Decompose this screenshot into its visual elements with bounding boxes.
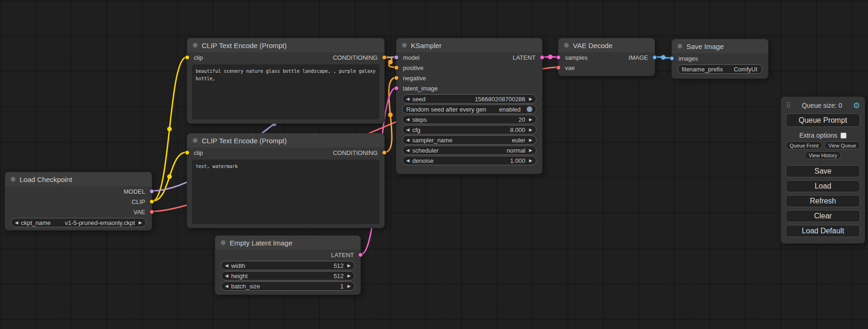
node-load-checkpoint[interactable]: Load Checkpoint MODEL CLIP VAE ◀ ckpt_na… <box>5 172 152 231</box>
next-arrow-icon[interactable]: ▶ <box>529 148 532 153</box>
model-output-port[interactable] <box>149 189 154 194</box>
node-title-bar[interactable]: Empty Latent Image <box>215 236 360 250</box>
prev-arrow-icon[interactable]: ◀ <box>225 274 228 278</box>
clip-output-port[interactable] <box>149 199 154 204</box>
widget-value: euler <box>512 137 526 144</box>
view-history-button[interactable]: View History <box>805 151 841 159</box>
widget-name: filename_prefix <box>682 66 723 73</box>
prev-arrow-icon[interactable]: ◀ <box>225 284 228 288</box>
extra-options-label: Extra options <box>799 132 838 139</box>
model-input-port[interactable] <box>394 55 399 60</box>
node-save-image[interactable]: Save Image images filename_prefix ComfyU… <box>671 39 769 79</box>
node-graph-canvas[interactable]: Load Checkpoint MODEL CLIP VAE ◀ ckpt_na… <box>0 0 868 329</box>
image-output-port[interactable] <box>652 55 657 60</box>
conditioning-output-port[interactable] <box>382 150 387 155</box>
images-input-port[interactable] <box>670 56 674 61</box>
prev-arrow-icon[interactable]: ◀ <box>225 264 228 268</box>
settings-gear-icon[interactable]: ⚙ <box>853 101 860 111</box>
collapse-dot[interactable] <box>402 43 407 48</box>
refresh-button[interactable]: Refresh <box>786 195 860 207</box>
node-vae-decode[interactable]: VAE Decode samples IMAGE vae <box>558 38 655 76</box>
next-arrow-icon[interactable]: ▶ <box>347 284 351 288</box>
ckpt-name-widget[interactable]: ◀ ckpt_name v1-5-pruned-emaonly.ckpt ▶ <box>11 218 146 227</box>
next-arrow-icon[interactable]: ▶ <box>529 97 532 101</box>
node-title-bar[interactable]: Save Image <box>672 39 768 53</box>
queue-front-button[interactable]: Queue Front <box>786 141 822 149</box>
next-arrow-icon[interactable]: ▶ <box>529 118 532 122</box>
node-title-bar[interactable]: KSampler <box>396 38 542 52</box>
prev-arrow-icon[interactable]: ◀ <box>406 97 409 101</box>
node-clip-text-encode-negative[interactable]: CLIP Text Encode (Prompt) clip CONDITION… <box>187 133 385 228</box>
image-output-label: IMAGE <box>628 54 648 61</box>
conditioning-output-port[interactable] <box>382 55 387 60</box>
node-title-bar[interactable]: Load Checkpoint <box>5 172 152 186</box>
clear-button[interactable]: Clear <box>786 210 860 222</box>
clip-input-port[interactable] <box>185 55 190 60</box>
steps-widget[interactable]: ◀ steps 20 ▶ <box>402 115 536 124</box>
queue-menu-panel: ⠿ Queue size: 0 ⚙ Queue Prompt Extra opt… <box>781 97 865 244</box>
slot-row: images <box>672 53 768 63</box>
filename-prefix-widget[interactable]: filename_prefix ComfyUI <box>677 64 762 74</box>
vae-input-port[interactable] <box>556 65 561 70</box>
queue-prompt-button[interactable]: Queue Prompt <box>786 113 860 127</box>
slot-row: CLIP <box>5 196 152 207</box>
save-button[interactable]: Save <box>786 165 860 177</box>
prev-arrow-icon[interactable]: ◀ <box>406 138 409 142</box>
collapse-dot[interactable] <box>11 177 15 182</box>
prev-arrow-icon[interactable]: ◀ <box>406 118 409 122</box>
node-clip-text-encode-positive[interactable]: CLIP Text Encode (Prompt) clip CONDITION… <box>187 38 385 124</box>
next-arrow-icon[interactable]: ▶ <box>139 221 142 225</box>
batch-size-widget[interactable]: ◀ batch_size 1 ▶ <box>221 281 355 291</box>
collapse-dot[interactable] <box>193 43 198 48</box>
load-default-button[interactable]: Load Default <box>786 225 860 237</box>
vae-output-port[interactable] <box>149 210 154 214</box>
extra-options-checkbox[interactable] <box>840 133 847 139</box>
next-arrow-icon[interactable]: ▶ <box>347 264 351 268</box>
samples-input-port[interactable] <box>556 55 561 60</box>
next-arrow-icon[interactable]: ▶ <box>529 128 532 132</box>
node-title-bar[interactable]: CLIP Text Encode (Prompt) <box>187 133 384 147</box>
latent-output-port[interactable] <box>540 55 544 60</box>
latent-image-input-port[interactable] <box>394 86 399 91</box>
prev-arrow-icon[interactable]: ◀ <box>406 128 409 132</box>
next-arrow-icon[interactable]: ▶ <box>347 274 351 278</box>
positive-input-label: positive <box>403 64 423 71</box>
load-button[interactable]: Load <box>786 180 860 192</box>
node-ksampler[interactable]: KSampler model LATENT positive negative … <box>396 38 543 174</box>
cfg-widget[interactable]: ◀ cfg 8.000 ▶ <box>402 125 536 134</box>
prompt-text-area[interactable]: text, watermark <box>192 160 380 224</box>
view-queue-button[interactable]: View Queue <box>825 141 860 149</box>
node-empty-latent-image[interactable]: Empty Latent Image LATENT ◀ width 512 ▶ … <box>215 235 361 295</box>
prompt-text-area[interactable]: beautiful scenery nature glass bottle la… <box>192 64 380 119</box>
prev-arrow-icon[interactable]: ◀ <box>406 148 409 153</box>
node-title-bar[interactable]: VAE Decode <box>558 38 655 52</box>
next-arrow-icon[interactable]: ▶ <box>529 159 532 163</box>
seed-widget[interactable]: ◀ seed 156680208700286 ▶ <box>402 94 536 104</box>
random-seed-toggle-widget[interactable]: Random seed after every gen enabled <box>402 105 536 114</box>
latent-image-input-label: latent_image <box>403 85 438 92</box>
width-widget[interactable]: ◀ width 512 ▶ <box>221 261 355 270</box>
prev-arrow-icon[interactable]: ◀ <box>406 159 409 163</box>
menu-drag-handle-icon[interactable]: ⠿ <box>786 101 791 110</box>
height-widget[interactable]: ◀ height 512 ▶ <box>221 271 355 280</box>
denoise-widget[interactable]: ◀ denoise 1.000 ▶ <box>402 156 536 165</box>
latent-output-port[interactable] <box>358 252 363 257</box>
prev-arrow-icon[interactable]: ◀ <box>15 221 18 225</box>
link-midpoint-dot <box>388 112 393 117</box>
collapse-dot[interactable] <box>193 138 198 143</box>
collapse-dot[interactable] <box>564 43 569 48</box>
collapse-dot[interactable] <box>221 240 226 245</box>
widget-name: denoise <box>412 157 434 164</box>
widget-name: ckpt_name <box>21 219 51 226</box>
next-arrow-icon[interactable]: ▶ <box>529 138 532 142</box>
scheduler-widget[interactable]: ◀ scheduler normal ▶ <box>402 146 536 155</box>
slot-row: samples IMAGE <box>558 52 655 63</box>
clip-input-port[interactable] <box>185 150 190 155</box>
sampler-name-widget[interactable]: ◀ sampler_name euler ▶ <box>402 135 536 145</box>
toggle-on-dot[interactable] <box>527 106 532 112</box>
negative-input-port[interactable] <box>394 76 399 80</box>
clip-input-label: clip <box>194 54 203 61</box>
node-title-bar[interactable]: CLIP Text Encode (Prompt) <box>187 38 384 52</box>
collapse-dot[interactable] <box>677 44 682 49</box>
positive-input-port[interactable] <box>394 65 399 70</box>
